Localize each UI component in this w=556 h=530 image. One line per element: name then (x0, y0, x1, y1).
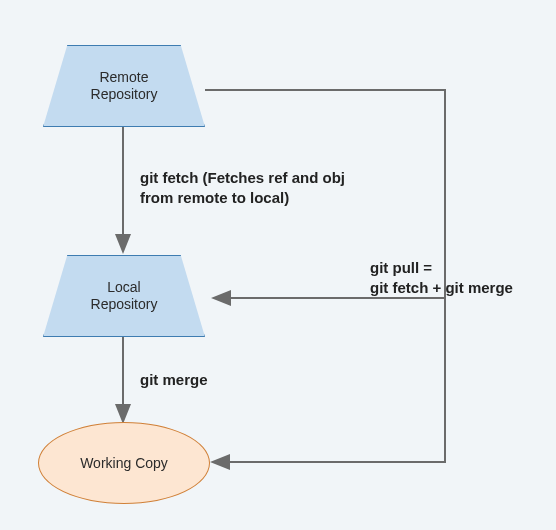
label-git-pull: git pull =git fetch + git merge (370, 258, 513, 299)
node-local-label: LocalRepository (83, 279, 166, 314)
label-git-merge: git merge (140, 370, 208, 390)
node-local-repository: LocalRepository (43, 255, 205, 337)
node-remote-repository: RemoteRepository (43, 45, 205, 127)
node-working-label: Working Copy (80, 455, 168, 471)
label-git-fetch: git fetch (Fetches ref and objfrom remot… (140, 168, 345, 209)
node-remote-label: RemoteRepository (83, 69, 166, 104)
node-working-copy: Working Copy (38, 422, 210, 504)
diagram-canvas: RemoteRepository LocalRepository Working… (0, 0, 556, 530)
